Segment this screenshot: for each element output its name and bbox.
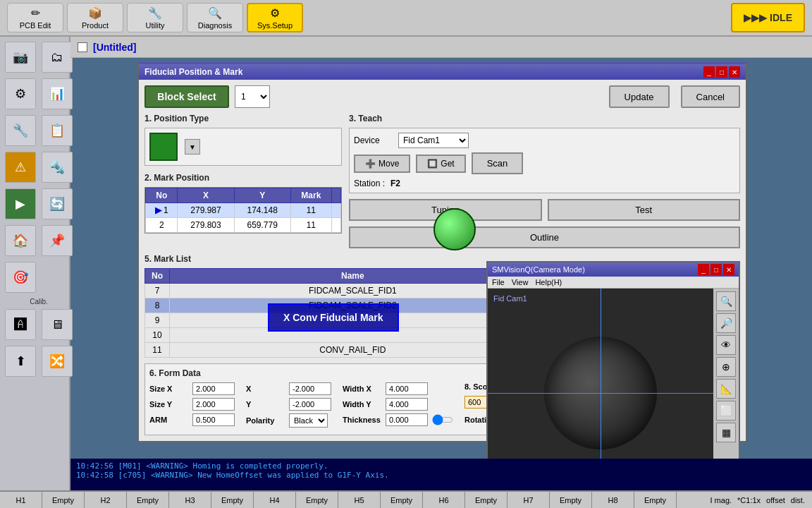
size-x-input[interactable] <box>192 382 235 395</box>
action-buttons: Tuning Test <box>349 199 740 221</box>
mark-row-2[interactable]: 2 279.803 659.779 11 <box>146 218 341 233</box>
camera-close-btn[interactable]: ✕ <box>723 264 734 275</box>
move-button[interactable]: ➕ Move <box>354 155 410 173</box>
camera-menu-file[interactable]: File <box>492 278 505 286</box>
arm-row: ARM <box>149 413 235 426</box>
status-empty5[interactable]: Empty <box>381 492 423 508</box>
scan-button[interactable]: Scan <box>472 152 524 174</box>
test-button[interactable]: Test <box>548 199 741 221</box>
y-input[interactable] <box>289 398 331 411</box>
block-select-button[interactable]: Block Select <box>144 85 229 108</box>
status-empty4[interactable]: Empty <box>296 492 338 508</box>
dialog-close-btn[interactable]: ✕ <box>729 66 740 78</box>
camera-menu-view[interactable]: View <box>512 278 529 286</box>
sidebar-icon-a[interactable]: 🅰 <box>5 309 36 340</box>
sidebar-icon-10[interactable]: 🔄 <box>42 188 73 219</box>
device-select[interactable]: Fid Cam1 <box>398 133 469 148</box>
dialog-max-btn[interactable]: □ <box>716 66 727 78</box>
cam-tool-7[interactable]: ▦ <box>716 423 736 442</box>
thickness-input[interactable] <box>386 413 428 426</box>
sidebar-icon-6[interactable]: 📋 <box>42 115 73 146</box>
polarity-label: Polarity <box>246 416 285 425</box>
width-x-input[interactable] <box>386 382 428 395</box>
width-y-label: Width Y <box>343 400 381 409</box>
sidebar-icon-12[interactable]: 📌 <box>42 225 73 256</box>
sidebar-icon-1[interactable]: 📷 <box>5 42 36 73</box>
fiducial-overlay: X Conv Fiducial Mark <box>268 303 399 332</box>
sidebar-icon-11[interactable]: 🏠 <box>5 225 36 256</box>
block-select-dropdown[interactable]: 123 <box>235 85 270 108</box>
syssetup-btn[interactable]: ⚙ Sys.Setup <box>247 3 303 32</box>
camera-view-label: Fid Cam1 <box>493 294 527 303</box>
col-no: No <box>146 188 178 203</box>
status-h4[interactable]: H4 <box>254 492 296 508</box>
thickness-slider[interactable] <box>432 414 453 425</box>
status-h7[interactable]: H7 <box>508 492 550 508</box>
status-empty1[interactable]: Empty <box>42 492 85 508</box>
status-mag: I mag. <box>710 496 732 504</box>
get-button[interactable]: 🔲 Get <box>416 155 465 173</box>
sidebar-icon-4[interactable]: 📊 <box>42 78 73 109</box>
sidebar-icon-5[interactable]: 🔧 <box>5 115 36 146</box>
title-checkbox[interactable] <box>78 42 87 52</box>
sidebar-icon-13[interactable]: 🖥 <box>42 309 73 340</box>
product-btn[interactable]: 📦 Product <box>67 3 123 32</box>
cam-target-btn[interactable]: ⊕ <box>716 357 736 377</box>
form-col-3: Width X Width Y Thickness <box>343 382 453 430</box>
status-empty8[interactable]: Empty <box>634 492 677 508</box>
utility-btn[interactable]: 🔧 Utility <box>127 3 183 32</box>
sidebar-icon-3[interactable]: ⚙ <box>5 78 36 109</box>
position-icon[interactable] <box>149 133 178 161</box>
cam-tool-6[interactable]: ⬜ <box>716 401 736 421</box>
width-y-input[interactable] <box>386 398 428 411</box>
sidebar-icon-calib[interactable]: 🎯 <box>5 262 36 293</box>
position-type-dropdown[interactable]: ▼ <box>185 139 200 155</box>
sidebar-icon-15[interactable]: 🔀 <box>42 346 73 377</box>
camera-title: SMVisionQ(Camera Mode) <box>492 265 585 274</box>
status-h6[interactable]: H6 <box>423 492 465 508</box>
update-button[interactable]: Update <box>609 85 670 108</box>
status-h8[interactable]: H8 <box>592 492 634 508</box>
camera-menu-help[interactable]: Help(H) <box>535 278 562 286</box>
camera-max-btn[interactable]: □ <box>710 264 722 275</box>
mark-x-2: 279.803 <box>178 218 234 233</box>
status-h1[interactable]: H1 <box>0 492 42 508</box>
cam-tool-5[interactable]: 📐 <box>716 379 736 399</box>
col-y: Y <box>234 188 290 203</box>
idle-btn[interactable]: ▶▶▶ IDLE <box>731 3 805 32</box>
cam-tool-3[interactable]: 👁 <box>716 335 736 355</box>
form-col-1: Size X Size Y ARM <box>149 382 235 430</box>
status-scale: *C1:1x <box>737 496 761 504</box>
sidebar-icon-14[interactable]: ⬆ <box>5 346 36 377</box>
sidebar-icon-2[interactable]: 🗂 <box>42 42 73 73</box>
sidebar-icon-9[interactable]: ▶ <box>5 188 36 219</box>
top-toolbar: ✏ PCB Edit 📦 Product 🔧 Utility 🔍 Diagnos… <box>0 0 812 37</box>
diagnosis-btn[interactable]: 🔍 Diagnosis <box>187 3 243 32</box>
status-h2[interactable]: H2 <box>85 492 127 508</box>
arm-input[interactable] <box>192 413 235 426</box>
status-dist: dist. <box>791 496 805 504</box>
camera-min-btn[interactable]: _ <box>698 264 709 275</box>
sidebar-icon-7[interactable]: ⚠ <box>5 152 36 183</box>
size-y-input[interactable] <box>192 398 235 411</box>
cancel-button[interactable]: Cancel <box>681 85 740 108</box>
status-h5[interactable]: H5 <box>338 492 381 508</box>
col-mark: Mark <box>290 188 331 203</box>
polarity-select[interactable]: Black White <box>289 413 328 428</box>
pcb-edit-btn[interactable]: ✏ PCB Edit <box>7 3 63 32</box>
left-column: 1. Position Type ▼ 2. Mark Position No <box>144 114 342 248</box>
status-h3[interactable]: H3 <box>169 492 211 508</box>
dialog-min-btn[interactable]: _ <box>703 66 715 78</box>
mark-row-1[interactable]: ▶ 1 279.987 174.148 11 <box>146 203 341 218</box>
status-empty6[interactable]: Empty <box>465 492 508 508</box>
left-sidebar: 📷 🗂 ⚙ 📊 🔧 📋 ⚠ 🔩 ▶ 🔄 🏠 📌 🎯 Calib. 🅰 🖥 ⬆ 🔀 <box>0 37 70 508</box>
cam-zoom-in-btn[interactable]: 🔍 <box>716 291 736 311</box>
cam-zoom-out-btn[interactable]: 🔎 <box>716 313 736 333</box>
sidebar-icon-8[interactable]: 🔩 <box>42 152 73 183</box>
ml-col-no: No <box>145 269 170 284</box>
status-empty2[interactable]: Empty <box>127 492 169 508</box>
outline-button[interactable]: Outline <box>349 226 740 248</box>
status-empty3[interactable]: Empty <box>211 492 254 508</box>
status-empty7[interactable]: Empty <box>550 492 592 508</box>
x-input[interactable] <box>289 382 331 395</box>
